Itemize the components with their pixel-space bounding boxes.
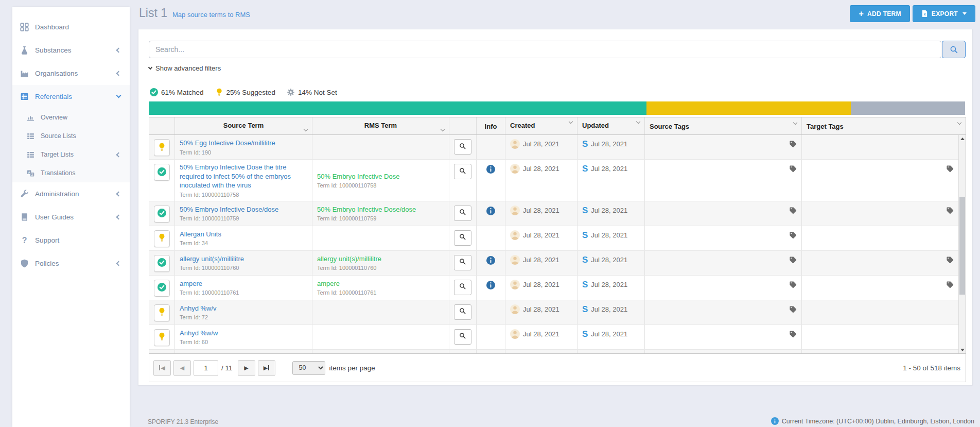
- inspect-term-button[interactable]: [454, 329, 471, 345]
- next-page-icon: ▶: [244, 365, 248, 371]
- sidebar-item-organisations[interactable]: Organisations: [12, 62, 130, 85]
- sidebar-item-substances[interactable]: Substances: [12, 39, 130, 62]
- source-tag-icon[interactable]: [789, 140, 797, 150]
- source-tag-icon[interactable]: [789, 231, 797, 241]
- scrollbar-thumb[interactable]: [959, 197, 965, 295]
- chevron-left-icon: [116, 261, 121, 266]
- status-matched-button[interactable]: [154, 255, 170, 272]
- inspect-term-button[interactable]: [454, 280, 471, 295]
- source-tag-icon[interactable]: [789, 305, 797, 315]
- scroll-up-button[interactable]: [959, 135, 966, 142]
- inspect-term-button[interactable]: [454, 255, 471, 270]
- sidebar-item-administration[interactable]: Administration: [12, 182, 130, 206]
- sidebar-item-overview[interactable]: Overview: [12, 108, 130, 127]
- created-date: Jul 28, 2021: [523, 330, 559, 338]
- table-scrollbar[interactable]: [958, 135, 966, 353]
- source-term-link[interactable]: 50% Egg Infective Dose/millilitre: [180, 139, 307, 148]
- search-button[interactable]: [942, 41, 966, 58]
- sidebar-nav: DashboardSubstancesOrganisationsReferent…: [12, 7, 130, 275]
- inspect-term-button[interactable]: [454, 230, 471, 246]
- updated-date: Jul 28, 2021: [591, 281, 627, 288]
- chevron-left-icon: [116, 192, 121, 197]
- progress-notset-segment: [851, 101, 965, 115]
- sidebar-item-referentials[interactable]: Referentials: [12, 85, 130, 108]
- column-header-created[interactable]: Created: [505, 117, 577, 134]
- sidebar-item-source-lists[interactable]: Source Lists: [12, 127, 130, 145]
- source-tag-icon[interactable]: [789, 330, 797, 340]
- info-icon[interactable]: [486, 165, 495, 176]
- created-date: Jul 28, 2021: [523, 165, 559, 173]
- column-header-updated[interactable]: Updated: [577, 117, 645, 134]
- target-tag-icon[interactable]: [946, 281, 954, 291]
- source-tag-icon[interactable]: [789, 256, 797, 266]
- updated-date: Jul 28, 2021: [591, 256, 627, 264]
- add-term-button[interactable]: + ADD TERM: [850, 5, 909, 22]
- status-suggested-button[interactable]: [154, 304, 170, 321]
- lightbulb-icon: [157, 143, 166, 153]
- status-matched-button[interactable]: [154, 206, 170, 223]
- inspect-term-button[interactable]: [454, 304, 471, 320]
- table-row: Anhyd %w/vTerm Id: 72Jul 28, 2021SJul 28…: [149, 300, 958, 325]
- target-tag-icon[interactable]: [946, 256, 954, 266]
- source-term-link[interactable]: ampere: [180, 279, 307, 288]
- column-header-source-tags[interactable]: Source Tags: [645, 117, 802, 134]
- status-suggested-button[interactable]: [154, 329, 170, 346]
- status-suggested-button[interactable]: [154, 230, 170, 247]
- sidebar-item-policies[interactable]: Policies: [12, 252, 130, 275]
- sidebar-item-label: Administration: [35, 190, 79, 198]
- source-tag-icon[interactable]: [789, 165, 797, 175]
- source-tag-icon[interactable]: [789, 281, 797, 291]
- inspect-term-button[interactable]: [454, 206, 471, 221]
- sidebar-item-user-guides[interactable]: User Guides: [12, 206, 130, 229]
- sort-chevron-icon: [569, 119, 573, 124]
- match-progress-bar: [149, 101, 965, 115]
- status-matched-button[interactable]: [154, 280, 170, 297]
- inspect-term-button[interactable]: [454, 139, 471, 155]
- stat-suggested: 25% Suggested: [215, 88, 275, 96]
- sidebar-item-label: Substances: [35, 46, 72, 54]
- source-term-link[interactable]: 50% Embryo Infective Dose/dose: [180, 205, 307, 214]
- rms-term-label: 50% Embryo Infective Dose: [317, 172, 444, 181]
- svg-text:A: A: [28, 170, 30, 174]
- svg-text:Z: Z: [31, 173, 33, 176]
- target-tag-icon[interactable]: [946, 165, 954, 175]
- sporify-logo-icon: S: [582, 329, 588, 339]
- export-button[interactable]: x EXPORT: [913, 5, 975, 22]
- inspect-term-button[interactable]: [454, 164, 471, 179]
- timezone-label: Current Timezone: (UTC+00:00) Dublin, Ed…: [771, 417, 974, 425]
- source-tag-icon[interactable]: [789, 207, 797, 216]
- info-icon[interactable]: [486, 207, 495, 217]
- source-term-link[interactable]: 50% Embryo Infective Dose the titre requ…: [180, 163, 307, 190]
- factory-icon: [20, 69, 29, 78]
- column-header-rms-term[interactable]: RMS Term: [312, 117, 449, 134]
- sidebar-item-translations[interactable]: AZTranslations: [12, 164, 130, 182]
- status-suggested-button[interactable]: [154, 139, 170, 156]
- table-row: ampereTerm Id: 100000110761ampereTerm Id…: [149, 276, 958, 300]
- source-term-link[interactable]: Allergan Units: [180, 230, 307, 239]
- target-tag-icon[interactable]: [946, 207, 954, 216]
- rms-term-id: Term Id: 100000110759: [317, 215, 444, 221]
- previous-page-button[interactable]: ◀: [173, 360, 191, 376]
- column-header-target-tags[interactable]: Target Tags: [802, 117, 966, 134]
- info-icon[interactable]: [486, 281, 495, 292]
- scroll-down-button[interactable]: [959, 346, 966, 353]
- advanced-filters-toggle[interactable]: Show advanced filters: [149, 64, 221, 72]
- next-page-button[interactable]: ▶: [238, 360, 255, 376]
- search-input[interactable]: [149, 41, 941, 58]
- source-term-link[interactable]: Anhyd %w/w: [180, 329, 307, 338]
- items-per-page-select[interactable]: 50: [292, 361, 325, 375]
- page-number-input[interactable]: [194, 360, 218, 376]
- column-header-source-term[interactable]: Source Term: [175, 117, 312, 134]
- sidebar-item-label: Policies: [35, 260, 59, 267]
- first-page-button[interactable]: ◀: [153, 360, 171, 376]
- sidebar-item-support[interactable]: ?Support: [12, 229, 130, 252]
- page-title: List 1: [139, 6, 167, 20]
- source-term-link[interactable]: Anhyd %w/v: [180, 304, 307, 313]
- last-page-button[interactable]: ▶: [258, 360, 275, 376]
- sidebar-item-dashboard[interactable]: Dashboard: [12, 15, 130, 39]
- status-matched-button[interactable]: [154, 164, 170, 181]
- source-term-link[interactable]: allergy unit(s)/millilitre: [180, 254, 307, 264]
- sidebar-item-target-lists[interactable]: Target Lists: [12, 145, 130, 164]
- sort-chevron-icon: [441, 127, 445, 131]
- info-icon[interactable]: [486, 256, 495, 267]
